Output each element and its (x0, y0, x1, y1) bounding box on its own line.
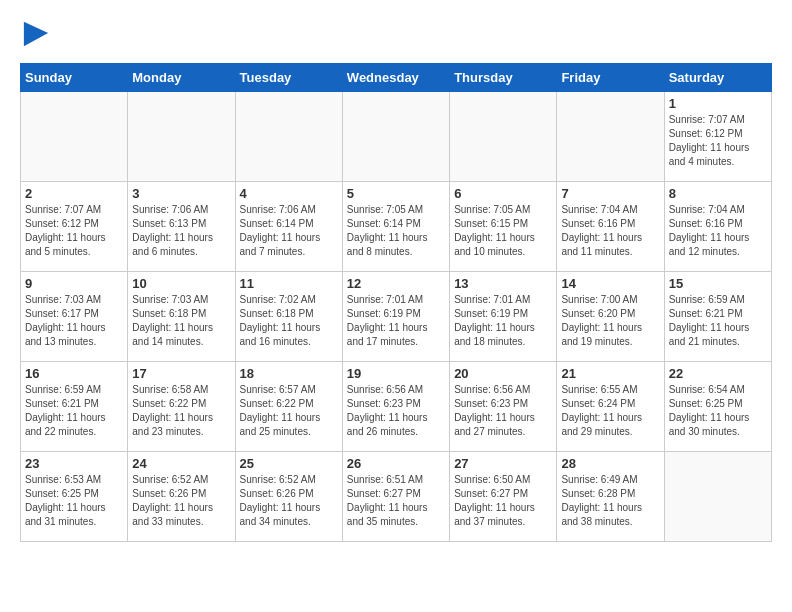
weekday-header-monday: Monday (128, 64, 235, 92)
calendar-cell: 14Sunrise: 7:00 AM Sunset: 6:20 PM Dayli… (557, 272, 664, 362)
day-info: Sunrise: 7:07 AM Sunset: 6:12 PM Dayligh… (669, 113, 767, 169)
calendar-cell (235, 92, 342, 182)
calendar-cell: 3Sunrise: 7:06 AM Sunset: 6:13 PM Daylig… (128, 182, 235, 272)
day-number: 10 (132, 276, 230, 291)
day-info: Sunrise: 7:02 AM Sunset: 6:18 PM Dayligh… (240, 293, 338, 349)
day-info: Sunrise: 6:54 AM Sunset: 6:25 PM Dayligh… (669, 383, 767, 439)
calendar-cell (21, 92, 128, 182)
day-number: 14 (561, 276, 659, 291)
day-info: Sunrise: 7:06 AM Sunset: 6:14 PM Dayligh… (240, 203, 338, 259)
day-info: Sunrise: 7:06 AM Sunset: 6:13 PM Dayligh… (132, 203, 230, 259)
calendar-week-3: 9Sunrise: 7:03 AM Sunset: 6:17 PM Daylig… (21, 272, 772, 362)
calendar-cell: 20Sunrise: 6:56 AM Sunset: 6:23 PM Dayli… (450, 362, 557, 452)
calendar-cell: 12Sunrise: 7:01 AM Sunset: 6:19 PM Dayli… (342, 272, 449, 362)
day-info: Sunrise: 6:58 AM Sunset: 6:22 PM Dayligh… (132, 383, 230, 439)
calendar-week-2: 2Sunrise: 7:07 AM Sunset: 6:12 PM Daylig… (21, 182, 772, 272)
calendar-cell: 1Sunrise: 7:07 AM Sunset: 6:12 PM Daylig… (664, 92, 771, 182)
day-info: Sunrise: 6:55 AM Sunset: 6:24 PM Dayligh… (561, 383, 659, 439)
day-number: 8 (669, 186, 767, 201)
day-number: 26 (347, 456, 445, 471)
day-info: Sunrise: 7:03 AM Sunset: 6:17 PM Dayligh… (25, 293, 123, 349)
day-number: 25 (240, 456, 338, 471)
day-info: Sunrise: 7:04 AM Sunset: 6:16 PM Dayligh… (669, 203, 767, 259)
day-number: 23 (25, 456, 123, 471)
calendar-cell: 4Sunrise: 7:06 AM Sunset: 6:14 PM Daylig… (235, 182, 342, 272)
calendar-cell: 23Sunrise: 6:53 AM Sunset: 6:25 PM Dayli… (21, 452, 128, 542)
day-number: 24 (132, 456, 230, 471)
weekday-header-tuesday: Tuesday (235, 64, 342, 92)
day-info: Sunrise: 6:53 AM Sunset: 6:25 PM Dayligh… (25, 473, 123, 529)
logo-icon (22, 20, 50, 48)
calendar-cell: 21Sunrise: 6:55 AM Sunset: 6:24 PM Dayli… (557, 362, 664, 452)
day-number: 5 (347, 186, 445, 201)
calendar-cell (557, 92, 664, 182)
calendar-week-4: 16Sunrise: 6:59 AM Sunset: 6:21 PM Dayli… (21, 362, 772, 452)
day-number: 28 (561, 456, 659, 471)
calendar-cell: 13Sunrise: 7:01 AM Sunset: 6:19 PM Dayli… (450, 272, 557, 362)
day-number: 13 (454, 276, 552, 291)
day-number: 4 (240, 186, 338, 201)
day-info: Sunrise: 6:56 AM Sunset: 6:23 PM Dayligh… (454, 383, 552, 439)
day-info: Sunrise: 6:49 AM Sunset: 6:28 PM Dayligh… (561, 473, 659, 529)
day-info: Sunrise: 7:05 AM Sunset: 6:15 PM Dayligh… (454, 203, 552, 259)
day-number: 11 (240, 276, 338, 291)
calendar-cell: 10Sunrise: 7:03 AM Sunset: 6:18 PM Dayli… (128, 272, 235, 362)
calendar-cell: 25Sunrise: 6:52 AM Sunset: 6:26 PM Dayli… (235, 452, 342, 542)
day-info: Sunrise: 7:05 AM Sunset: 6:14 PM Dayligh… (347, 203, 445, 259)
calendar-cell: 11Sunrise: 7:02 AM Sunset: 6:18 PM Dayli… (235, 272, 342, 362)
day-number: 9 (25, 276, 123, 291)
day-number: 3 (132, 186, 230, 201)
weekday-header-sunday: Sunday (21, 64, 128, 92)
calendar-cell: 15Sunrise: 6:59 AM Sunset: 6:21 PM Dayli… (664, 272, 771, 362)
calendar-cell: 6Sunrise: 7:05 AM Sunset: 6:15 PM Daylig… (450, 182, 557, 272)
calendar-cell: 9Sunrise: 7:03 AM Sunset: 6:17 PM Daylig… (21, 272, 128, 362)
day-number: 18 (240, 366, 338, 381)
calendar-cell: 19Sunrise: 6:56 AM Sunset: 6:23 PM Dayli… (342, 362, 449, 452)
day-number: 7 (561, 186, 659, 201)
calendar-cell: 22Sunrise: 6:54 AM Sunset: 6:25 PM Dayli… (664, 362, 771, 452)
day-info: Sunrise: 6:51 AM Sunset: 6:27 PM Dayligh… (347, 473, 445, 529)
calendar-cell: 5Sunrise: 7:05 AM Sunset: 6:14 PM Daylig… (342, 182, 449, 272)
calendar-cell (450, 92, 557, 182)
day-number: 22 (669, 366, 767, 381)
day-number: 12 (347, 276, 445, 291)
calendar-cell: 27Sunrise: 6:50 AM Sunset: 6:27 PM Dayli… (450, 452, 557, 542)
calendar-cell (664, 452, 771, 542)
calendar-table: SundayMondayTuesdayWednesdayThursdayFrid… (20, 63, 772, 542)
weekday-header-row: SundayMondayTuesdayWednesdayThursdayFrid… (21, 64, 772, 92)
calendar-cell (128, 92, 235, 182)
day-info: Sunrise: 6:50 AM Sunset: 6:27 PM Dayligh… (454, 473, 552, 529)
day-number: 1 (669, 96, 767, 111)
calendar-cell: 7Sunrise: 7:04 AM Sunset: 6:16 PM Daylig… (557, 182, 664, 272)
day-info: Sunrise: 7:01 AM Sunset: 6:19 PM Dayligh… (347, 293, 445, 349)
day-number: 20 (454, 366, 552, 381)
day-info: Sunrise: 6:59 AM Sunset: 6:21 PM Dayligh… (669, 293, 767, 349)
svg-marker-0 (24, 22, 48, 46)
day-number: 6 (454, 186, 552, 201)
weekday-header-wednesday: Wednesday (342, 64, 449, 92)
day-number: 19 (347, 366, 445, 381)
day-number: 27 (454, 456, 552, 471)
day-info: Sunrise: 7:07 AM Sunset: 6:12 PM Dayligh… (25, 203, 123, 259)
day-info: Sunrise: 7:00 AM Sunset: 6:20 PM Dayligh… (561, 293, 659, 349)
day-number: 16 (25, 366, 123, 381)
calendar-cell: 17Sunrise: 6:58 AM Sunset: 6:22 PM Dayli… (128, 362, 235, 452)
weekday-header-saturday: Saturday (664, 64, 771, 92)
calendar-cell: 24Sunrise: 6:52 AM Sunset: 6:26 PM Dayli… (128, 452, 235, 542)
weekday-header-thursday: Thursday (450, 64, 557, 92)
calendar-week-5: 23Sunrise: 6:53 AM Sunset: 6:25 PM Dayli… (21, 452, 772, 542)
calendar-cell: 8Sunrise: 7:04 AM Sunset: 6:16 PM Daylig… (664, 182, 771, 272)
calendar-cell: 18Sunrise: 6:57 AM Sunset: 6:22 PM Dayli… (235, 362, 342, 452)
day-info: Sunrise: 7:01 AM Sunset: 6:19 PM Dayligh… (454, 293, 552, 349)
calendar-cell: 28Sunrise: 6:49 AM Sunset: 6:28 PM Dayli… (557, 452, 664, 542)
day-info: Sunrise: 6:52 AM Sunset: 6:26 PM Dayligh… (132, 473, 230, 529)
day-number: 15 (669, 276, 767, 291)
weekday-header-friday: Friday (557, 64, 664, 92)
day-number: 21 (561, 366, 659, 381)
day-info: Sunrise: 6:52 AM Sunset: 6:26 PM Dayligh… (240, 473, 338, 529)
logo (20, 20, 50, 53)
calendar-week-1: 1Sunrise: 7:07 AM Sunset: 6:12 PM Daylig… (21, 92, 772, 182)
day-info: Sunrise: 7:03 AM Sunset: 6:18 PM Dayligh… (132, 293, 230, 349)
day-info: Sunrise: 6:59 AM Sunset: 6:21 PM Dayligh… (25, 383, 123, 439)
day-info: Sunrise: 7:04 AM Sunset: 6:16 PM Dayligh… (561, 203, 659, 259)
